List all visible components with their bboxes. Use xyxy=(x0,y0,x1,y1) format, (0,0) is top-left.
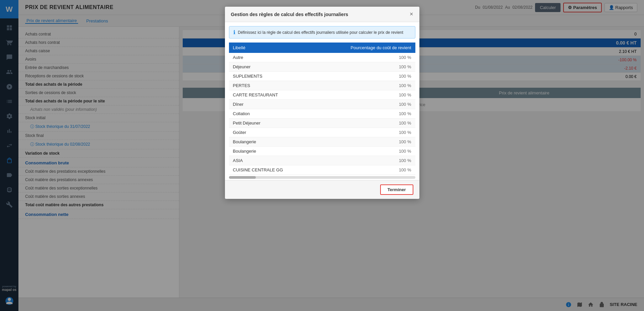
row-label: ASIA xyxy=(229,156,314,165)
row-value: 100 % xyxy=(314,72,415,81)
row-value: 100 % xyxy=(314,119,415,128)
row-label: Boulangerie xyxy=(229,147,314,156)
row-value: 100 % xyxy=(314,147,415,156)
col-label-header: Libellé xyxy=(229,43,314,53)
modal-table-head: Libellé Pourcentage du coût de revient xyxy=(229,43,415,53)
row-value: 100 % xyxy=(314,81,415,90)
modal-footer: Terminer xyxy=(225,180,419,199)
row-value: 100 % xyxy=(314,90,415,100)
info-icon: ℹ xyxy=(233,29,235,35)
col-value-header: Pourcentage du coût de revient xyxy=(314,43,415,53)
row-label: CUISINE CENTRALE GG xyxy=(229,165,314,175)
modal-table-row: Collation100 % xyxy=(229,109,415,119)
modal-table-row: PERTES100 % xyxy=(229,81,415,90)
modal-table-container[interactable]: Libellé Pourcentage du coût de revient A… xyxy=(229,43,415,175)
modal-info-text: Définissez ici la règle de calcul des ef… xyxy=(238,30,403,35)
row-label: Goûter xyxy=(229,128,314,137)
modal-table-row: SUPLEMENTS100 % xyxy=(229,72,415,81)
modal-table-row: Boulangerie100 % xyxy=(229,147,415,156)
modal-scrollbar[interactable] xyxy=(229,176,415,179)
modal-title: Gestion des règles de calcul des effecti… xyxy=(231,12,348,17)
row-label: SUPLEMENTS xyxy=(229,72,314,81)
modal-table-body: Autre100 %Déjeuner100 %SUPLEMENTS100 %PE… xyxy=(229,53,415,175)
terminer-button[interactable]: Terminer xyxy=(380,184,413,195)
modal-table-row: Autre100 % xyxy=(229,53,415,62)
modal-table-row: CARTE RESTAURANT100 % xyxy=(229,90,415,100)
modal-close-button[interactable]: × xyxy=(410,11,413,18)
row-label: Déjeuner xyxy=(229,62,314,72)
modal-header: Gestion des règles de calcul des effecti… xyxy=(225,7,419,22)
row-value: 100 % xyxy=(314,109,415,119)
row-value: 100 % xyxy=(314,100,415,109)
row-value: 100 % xyxy=(314,137,415,147)
row-value: 100 % xyxy=(314,128,415,137)
modal-table-row: Déjeuner100 % xyxy=(229,62,415,72)
row-label: Collation xyxy=(229,109,314,119)
row-label: Dîner xyxy=(229,100,314,109)
row-value: 100 % xyxy=(314,53,415,62)
row-label: Autre xyxy=(229,53,314,62)
row-value: 100 % xyxy=(314,62,415,72)
row-label: PERTES xyxy=(229,81,314,90)
row-value: 100 % xyxy=(314,156,415,165)
row-label: Petit Déjeuner xyxy=(229,119,314,128)
modal-table-row: Boulangerie100 % xyxy=(229,137,415,147)
row-label: Boulangerie xyxy=(229,137,314,147)
row-label: CARTE RESTAURANT xyxy=(229,90,314,100)
modal-table-row: Petit Déjeuner100 % xyxy=(229,119,415,128)
modal-table-row: Dîner100 % xyxy=(229,100,415,109)
modal-table: Libellé Pourcentage du coût de revient A… xyxy=(229,43,415,175)
modal-overlay: Gestion des règles de calcul des effecti… xyxy=(0,0,644,311)
modal-table-row: CUISINE CENTRALE GG100 % xyxy=(229,165,415,175)
modal-scrollbar-thumb xyxy=(229,176,256,179)
modal-table-row: Goûter100 % xyxy=(229,128,415,137)
modal-table-row: ASIA100 % xyxy=(229,156,415,165)
modal-dialog: Gestion des règles de calcul des effecti… xyxy=(225,7,419,199)
row-value: 100 % xyxy=(314,165,415,175)
modal-info-box: ℹ Définissez ici la règle de calcul des … xyxy=(229,26,415,38)
